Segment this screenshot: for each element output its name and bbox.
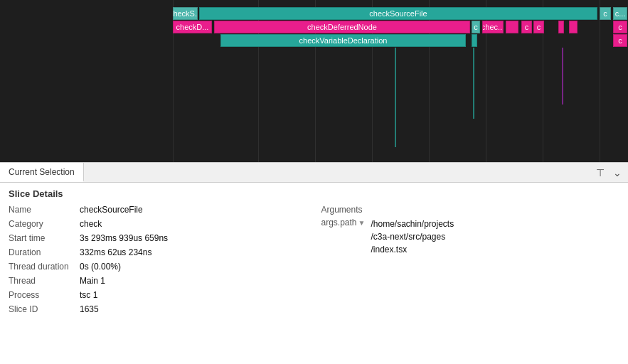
- detail-value: 1635: [80, 304, 99, 314]
- detail-value: Main 1: [80, 276, 105, 286]
- flame-block[interactable]: [569, 21, 578, 33]
- detail-value: 332ms 62us 234ns: [80, 247, 151, 257]
- bottom-panel: Current Selection ⊤ ⌄ Slice Details Name…: [0, 162, 628, 364]
- flame-block[interactable]: c: [613, 34, 627, 47]
- details-left: NamecheckSourceFileCategorycheckStart ti…: [9, 205, 307, 318]
- flame-block[interactable]: c: [613, 21, 627, 33]
- detail-value: 0s (0.00%): [80, 262, 121, 272]
- flame-block[interactable]: c: [521, 21, 532, 33]
- args-key[interactable]: args.path ▼: [321, 218, 366, 228]
- detail-value: 3s 293ms 939us 659ns: [80, 233, 168, 243]
- vertical-bar: [395, 48, 396, 147]
- flame-block[interactable]: c...: [613, 7, 627, 20]
- detail-row: NamecheckSourceFile: [9, 205, 307, 215]
- detail-label: Slice ID: [9, 304, 80, 314]
- slice-details: Slice Details NamecheckSourceFileCategor…: [0, 183, 628, 324]
- arguments-title: Arguments: [321, 205, 620, 215]
- flame-block[interactable]: checkD...: [173, 21, 212, 33]
- detail-label: Duration: [9, 247, 80, 257]
- detail-row: Thread duration0s (0.00%): [9, 262, 307, 272]
- tab-bar: Current Selection ⊤ ⌄: [0, 163, 628, 183]
- detail-row: Slice ID1635: [9, 304, 307, 314]
- args-key-label: args.path: [321, 218, 357, 228]
- detail-value: check: [80, 219, 102, 229]
- detail-label: Process: [9, 290, 80, 300]
- detail-value: tsc 1: [80, 290, 97, 300]
- flame-block[interactable]: checkS...: [173, 7, 198, 20]
- flame-block[interactable]: [558, 21, 564, 33]
- detail-row: ThreadMain 1: [9, 276, 307, 286]
- detail-row: Start time3s 293ms 939us 659ns: [9, 233, 307, 243]
- flamegraph-area[interactable]: checkS...checkSourceFilecc...checkD...ch…: [0, 0, 628, 162]
- detail-label: Name: [9, 205, 80, 215]
- vertical-bar: [473, 48, 474, 119]
- detail-label: Category: [9, 219, 80, 229]
- flame-block[interactable]: checkDeferredNode: [214, 21, 470, 33]
- args-value: /home/sachin/projects/c3a-next/src/pages…: [371, 218, 454, 256]
- detail-row: Categorycheck: [9, 219, 307, 229]
- filter-icon: ⊤: [596, 167, 605, 178]
- tab-current-selection[interactable]: Current Selection: [0, 163, 84, 182]
- args-val-line: /home/sachin/projects: [371, 218, 454, 230]
- detail-row: Processtsc 1: [9, 290, 307, 300]
- vertical-bar: [562, 48, 563, 105]
- filter-button[interactable]: ⊤: [592, 165, 608, 181]
- expand-icon: ⌄: [613, 167, 622, 178]
- flame-block[interactable]: c: [533, 21, 544, 33]
- flame-block[interactable]: [506, 21, 518, 33]
- tab-label: Current Selection: [9, 167, 75, 177]
- flame-block[interactable]: [472, 34, 477, 47]
- detail-label: Thread duration: [9, 262, 80, 272]
- expand-button[interactable]: ⌄: [610, 165, 625, 181]
- tab-actions: ⊤ ⌄: [592, 163, 628, 182]
- detail-row: Duration332ms 62us 234ns: [9, 247, 307, 257]
- detail-label: Thread: [9, 276, 80, 286]
- flame-block[interactable]: chec...: [482, 21, 504, 33]
- arguments-row: args.path ▼ /home/sachin/projects/c3a-ne…: [321, 218, 620, 256]
- args-expand-icon: ▼: [358, 219, 366, 227]
- detail-label: Start time: [9, 233, 80, 243]
- details-right: Arguments args.path ▼ /home/sachin/proje…: [307, 205, 620, 318]
- args-val-line: /c3a-next/src/pages: [371, 230, 454, 243]
- args-val-line: /index.tsx: [371, 243, 454, 256]
- details-layout: NamecheckSourceFileCategorycheckStart ti…: [9, 205, 619, 318]
- slice-details-title: Slice Details: [9, 188, 619, 199]
- flame-block[interactable]: checkVariableDeclaration: [220, 34, 466, 47]
- flame-block[interactable]: checkSourceFile: [199, 7, 597, 20]
- arguments-section: Arguments args.path ▼ /home/sachin/proje…: [321, 205, 620, 256]
- flame-block[interactable]: c: [600, 7, 611, 20]
- detail-value: checkSourceFile: [80, 205, 143, 215]
- flame-block[interactable]: c: [472, 21, 480, 33]
